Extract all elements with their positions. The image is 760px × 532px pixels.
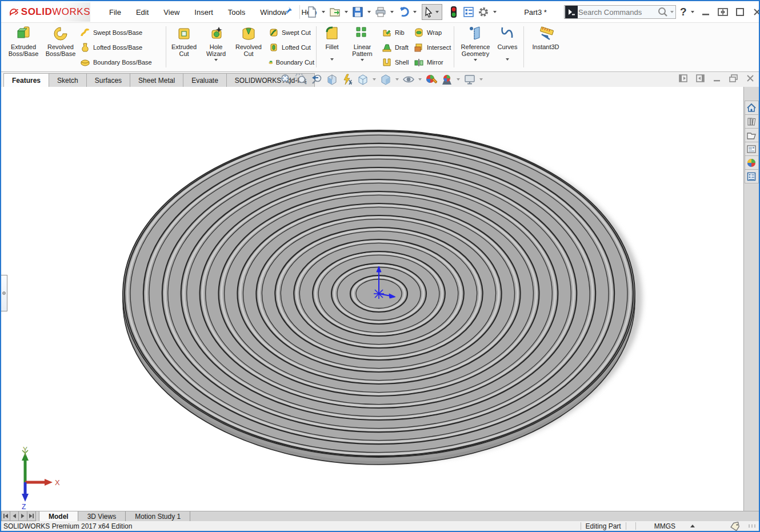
menu-tools[interactable]: Tools [221, 8, 253, 17]
undo-button[interactable] [397, 5, 410, 19]
intersect-button[interactable]: Intersect [414, 40, 451, 55]
shell-button[interactable]: Shell [382, 55, 414, 70]
tab-motion-study-1[interactable]: Motion Study 1 [126, 511, 190, 521]
new-document-button[interactable] [305, 5, 319, 19]
open-dropdown[interactable] [345, 11, 348, 13]
units-selector[interactable]: MMGS [654, 522, 675, 530]
pin-menu-button[interactable] [282, 5, 294, 20]
swept-boss-base-button[interactable]: Swept Boss/Base [80, 25, 165, 40]
tab-3d-views[interactable]: 3D Views [78, 511, 126, 521]
fillet-dropdown[interactable] [330, 58, 334, 61]
minimize-button[interactable] [698, 5, 713, 19]
extruded-cut-button[interactable]: Extruded Cut [168, 25, 200, 71]
pane-right-button[interactable] [696, 74, 705, 83]
menu-edit[interactable]: Edit [129, 8, 156, 17]
file-explorer-button[interactable] [745, 128, 759, 142]
resize-grip[interactable] [749, 525, 757, 527]
zoom-to-area-button[interactable] [294, 73, 308, 86]
model-disc[interactable] [1, 87, 745, 511]
tag-icon[interactable] [729, 522, 741, 531]
doc-restore-button[interactable] [729, 74, 738, 82]
help-button[interactable]: ? [680, 6, 687, 18]
tab-sheet-metal[interactable]: Sheet Metal [130, 73, 183, 87]
search-input[interactable] [578, 8, 657, 17]
select-dropdown[interactable] [435, 11, 439, 13]
select-tool-button[interactable] [422, 4, 442, 20]
section-view-button[interactable] [325, 73, 339, 86]
display-style-dropdown[interactable] [395, 78, 399, 81]
settings-dropdown[interactable] [493, 11, 497, 13]
fillet-button[interactable]: Fillet [319, 25, 345, 71]
view-settings-dropdown[interactable] [479, 78, 483, 81]
search-dropdown[interactable] [670, 11, 674, 13]
undo-dropdown[interactable] [413, 11, 417, 13]
curves-dropdown[interactable] [506, 58, 509, 61]
menu-file[interactable]: File [102, 8, 129, 17]
tab-surfaces[interactable]: Surfaces [86, 73, 130, 87]
tab-evaluate[interactable]: Evaluate [183, 73, 227, 87]
menu-insert[interactable]: Insert [187, 8, 221, 17]
first-tab-button[interactable] [1, 511, 10, 521]
close-button[interactable] [750, 5, 760, 19]
next-tab-button[interactable] [18, 511, 27, 521]
lofted-boss-base-button[interactable]: Lofted Boss/Base [80, 40, 165, 55]
zoom-to-fit-button[interactable] [279, 73, 293, 86]
search-icon[interactable] [657, 6, 669, 18]
previous-tab-button[interactable] [10, 511, 19, 521]
boundary-cut-button[interactable]: Boundary Cut [269, 55, 314, 70]
new-dropdown[interactable] [322, 11, 325, 13]
taskpane-home-button[interactable] [745, 101, 759, 115]
apply-scene-dropdown[interactable] [457, 78, 460, 81]
edit-appearance-button[interactable] [425, 73, 438, 86]
save-button[interactable] [351, 5, 365, 19]
menu-view[interactable]: View [156, 8, 187, 17]
tab-model[interactable]: Model [39, 511, 78, 521]
units-dropdown-icon[interactable] [690, 525, 695, 527]
last-tab-button[interactable] [27, 511, 36, 521]
view-orientation-dropdown[interactable] [373, 78, 376, 81]
help-dropdown[interactable] [691, 11, 694, 13]
view-settings-button[interactable] [463, 73, 477, 86]
wrap-button[interactable]: Wrap [414, 25, 451, 40]
swept-cut-button[interactable]: Swept Cut [269, 25, 314, 40]
view-orientation-button[interactable] [356, 73, 370, 86]
boundary-boss-base-button[interactable]: Boundary Boss/Base [80, 55, 165, 70]
display-style-button[interactable] [379, 73, 393, 86]
reference-geometry-button[interactable]: Reference Geometry [457, 25, 494, 71]
hole-wizard-dropdown[interactable] [214, 59, 218, 61]
maximize-button[interactable] [733, 5, 747, 19]
tab-features[interactable]: Features [3, 73, 49, 87]
expand-panes-button[interactable] [715, 5, 730, 19]
search-scope-icon[interactable] [565, 6, 578, 18]
options-list-button[interactable] [462, 5, 475, 19]
print-dropdown[interactable] [390, 11, 394, 13]
revolved-boss-base-button[interactable]: Revolved Boss/Base [42, 25, 79, 71]
design-library-button[interactable] [745, 114, 759, 129]
instant3d-button[interactable]: Instant3D [527, 25, 565, 71]
hide-show-items-button[interactable] [402, 73, 415, 86]
save-dropdown[interactable] [367, 11, 371, 13]
rib-button[interactable]: Rib [382, 25, 414, 40]
print-button[interactable] [374, 5, 387, 19]
view-palette-button[interactable] [745, 142, 759, 156]
extruded-boss-base-button[interactable]: Extruded Boss/Base [6, 25, 41, 71]
hole-wizard-button[interactable]: Hole Wizard [201, 25, 231, 71]
custom-properties-button[interactable] [745, 169, 759, 183]
doc-minimize-button[interactable] [713, 74, 721, 82]
curves-button[interactable]: Curves [495, 25, 520, 71]
appearances-button[interactable] [745, 155, 759, 170]
previous-view-button[interactable] [310, 73, 323, 86]
search-commands-box[interactable] [564, 5, 676, 19]
open-button[interactable] [328, 5, 342, 19]
linear-pattern-button[interactable]: Linear Pattern [346, 25, 378, 71]
settings-button[interactable] [477, 5, 490, 19]
hide-show-dropdown[interactable] [418, 78, 422, 81]
featuremanager-collapsed-tab[interactable] [1, 275, 7, 311]
linear-pattern-dropdown[interactable] [361, 59, 364, 61]
draft-button[interactable]: Draft [382, 40, 414, 55]
mirror-button[interactable]: Mirror [414, 55, 451, 70]
revolved-cut-button[interactable]: Revolved Cut [232, 25, 265, 71]
interference-check-button[interactable] [447, 5, 461, 19]
lofted-cut-button[interactable]: Lofted Cut [269, 40, 314, 55]
annotation-views-button[interactable] [341, 73, 354, 86]
